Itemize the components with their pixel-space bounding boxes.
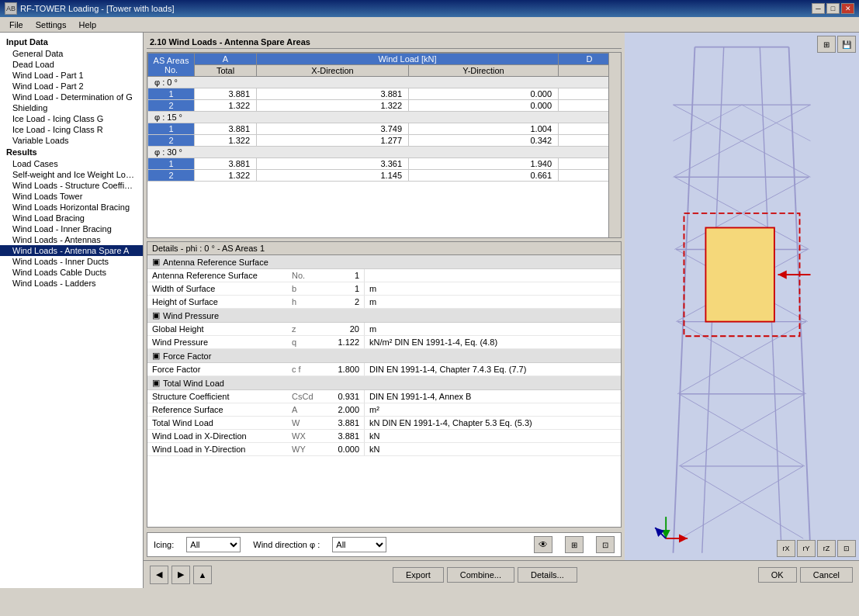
detail-label: Height of Surface bbox=[147, 296, 287, 308]
detail-symbol: A bbox=[287, 403, 318, 416]
export-button[interactable]: Export bbox=[393, 567, 444, 583]
ok-button[interactable]: OK bbox=[758, 567, 797, 583]
angle-row: φ : 15 ° bbox=[148, 112, 621, 123]
collapse-icon-total[interactable]: ▣ bbox=[152, 378, 160, 388]
cancel-button[interactable]: Cancel bbox=[800, 567, 853, 583]
cell-x: 1.277 bbox=[257, 135, 409, 147]
col-areas-header: AS Areas No. bbox=[148, 54, 195, 77]
minimize-button[interactable]: ─ bbox=[812, 3, 825, 14]
nav-up-btn[interactable]: ▲ bbox=[193, 566, 212, 584]
cell-x: 3.361 bbox=[257, 158, 409, 170]
collapse-icon-force[interactable]: ▣ bbox=[152, 351, 160, 361]
icing-select[interactable]: All bbox=[186, 537, 241, 552]
col-total-header: Total bbox=[195, 65, 257, 77]
sidebar-item-variable-loads[interactable]: Variable Loads bbox=[0, 135, 143, 146]
table-row: 1 3.881 3.361 1.940 bbox=[148, 158, 621, 170]
sidebar-item-wind-loads-tower[interactable]: Wind Loads Tower bbox=[0, 191, 143, 202]
cell-x: 1.322 bbox=[257, 100, 409, 112]
cell-y: 1.940 bbox=[409, 158, 559, 170]
table-row: 2 1.322 1.322 0.000 bbox=[148, 100, 621, 112]
detail-value: 2 bbox=[318, 296, 365, 308]
detail-value: 3.881 bbox=[318, 430, 365, 442]
menu-help[interactable]: Help bbox=[72, 19, 102, 31]
sidebar-item-wind-loads-cable-ducts[interactable]: Wind Loads Cable Ducts bbox=[0, 267, 143, 278]
combine-button[interactable]: Combine... bbox=[447, 567, 514, 583]
view-btn-1[interactable]: ⊞ bbox=[565, 536, 584, 553]
sidebar-item-general-data[interactable]: General Data bbox=[0, 48, 143, 59]
maximize-button[interactable]: □ bbox=[826, 3, 840, 14]
sidebar-item-wind-load-2[interactable]: Wind Load - Part 2 bbox=[0, 81, 143, 92]
detail-unit-note: m² bbox=[365, 403, 621, 416]
detail-symbol: No. bbox=[287, 269, 318, 282]
sidebar-item-wind-loads-inner-ducts[interactable]: Wind Loads - Inner Ducts bbox=[0, 256, 143, 267]
sidebar-item-wind-load-inner[interactable]: Wind Load - Inner Bracing bbox=[0, 223, 143, 234]
details-row: Wind Load in Y-Direction WY 0.000 kN bbox=[147, 443, 621, 456]
detail-label: Width of Surface bbox=[147, 282, 287, 295]
row-num: 1 bbox=[148, 88, 195, 100]
sidebar-item-structure-coeff[interactable]: Wind Loads - Structure Coeffici... bbox=[0, 180, 143, 191]
detail-symbol: W bbox=[287, 417, 318, 429]
cell-x: 3.749 bbox=[257, 123, 409, 135]
menu-file[interactable]: File bbox=[3, 19, 29, 31]
cell-total: 3.881 bbox=[195, 88, 257, 100]
view-btn-2[interactable]: ⊡ bbox=[596, 536, 615, 553]
cell-y: 0.000 bbox=[409, 100, 559, 112]
sidebar-section-input: Input Data bbox=[0, 36, 143, 48]
collapse-icon-antenna[interactable]: ▣ bbox=[152, 257, 160, 267]
sidebar-item-dead-load[interactable]: Dead Load bbox=[0, 59, 143, 70]
view-copy-btn[interactable]: ⊞ bbox=[817, 36, 836, 53]
detail-value: 2.000 bbox=[318, 403, 365, 416]
detail-label: Reference Surface bbox=[147, 403, 287, 416]
tower-svg bbox=[625, 33, 859, 560]
details-row: Height of Surface h 2 m bbox=[147, 296, 621, 309]
view-save-btn[interactable]: 💾 bbox=[837, 36, 856, 53]
table-row: 1 3.881 3.749 1.004 bbox=[148, 123, 621, 135]
view-rz-btn[interactable]: rZ bbox=[817, 540, 836, 557]
eye-button[interactable]: 👁 bbox=[534, 536, 552, 553]
detail-unit-note: DIN EN 1991-1-4, Chapter 7.4.3 Eq. (7.7) bbox=[365, 363, 621, 375]
sidebar-item-wind-loads-horiz[interactable]: Wind Loads Horizontal Bracing bbox=[0, 202, 143, 213]
sidebar-item-shielding[interactable]: Shielding bbox=[0, 102, 143, 113]
cell-y: 1.004 bbox=[409, 123, 559, 135]
detail-unit-note: m bbox=[365, 296, 621, 308]
details-button[interactable]: Details... bbox=[518, 567, 577, 583]
sidebar-item-self-weight[interactable]: Self-weight and Ice Weight Loa... bbox=[0, 169, 143, 180]
window-title: RF-TOWER Loading - [Tower with loads] bbox=[20, 4, 174, 13]
close-button[interactable]: ✕ bbox=[841, 3, 854, 14]
wind-direction-select[interactable]: All bbox=[332, 537, 386, 552]
sidebar-item-ice-load-g[interactable]: Ice Load - Icing Class G bbox=[0, 113, 143, 124]
view-3d-btn[interactable]: ⊡ bbox=[837, 540, 856, 557]
col-x-header: X-Direction bbox=[257, 65, 409, 77]
detail-symbol: z bbox=[287, 323, 318, 335]
view-rx-btn[interactable]: rX bbox=[777, 540, 795, 557]
collapse-icon-wind[interactable]: ▣ bbox=[152, 310, 160, 320]
details-row: Global Height z 20 m bbox=[147, 323, 621, 336]
sidebar-item-ice-load-r[interactable]: Ice Load - Icing Class R bbox=[0, 124, 143, 135]
view-ry-btn[interactable]: rY bbox=[797, 540, 816, 557]
details-row: Force Factor c f 1.800 DIN EN 1991-1-4, … bbox=[147, 363, 621, 376]
svg-line-28 bbox=[655, 528, 666, 538]
detail-unit-note: kN bbox=[365, 430, 621, 442]
sidebar-item-load-cases[interactable]: Load Cases bbox=[0, 158, 143, 169]
details-row: Total Wind Load W 3.881 kN DIN EN 1991-1… bbox=[147, 417, 621, 430]
detail-label: Wind Load in Y-Direction bbox=[147, 443, 287, 455]
sidebar-item-wind-loads-antennas[interactable]: Wind Loads - Antennas bbox=[0, 234, 143, 245]
detail-value: 0.931 bbox=[318, 390, 365, 403]
sidebar-item-wind-load-bracing[interactable]: Wind Load Bracing bbox=[0, 213, 143, 223]
sidebar-item-wind-loads-ladders[interactable]: Wind Loads - Ladders bbox=[0, 278, 143, 289]
nav-back-btn[interactable]: ◀ bbox=[150, 566, 168, 584]
sidebar-item-wind-load-1[interactable]: Wind Load - Part 1 bbox=[0, 70, 143, 81]
force-section-header: ▣ Force Factor bbox=[147, 349, 621, 363]
menu-settings[interactable]: Settings bbox=[29, 19, 73, 31]
sidebar-item-wind-loads-antenna-spare[interactable]: Wind Loads - Antenna Spare A bbox=[0, 245, 143, 256]
cell-y: 0.661 bbox=[409, 170, 559, 182]
nav-forward-btn[interactable]: ▶ bbox=[171, 566, 190, 584]
details-row: Width of Surface b 1 m bbox=[147, 282, 621, 296]
menu-bar: File Settings Help bbox=[0, 17, 859, 33]
sidebar-item-wind-load-det[interactable]: Wind Load - Determination of G bbox=[0, 92, 143, 102]
table-row: 2 1.322 1.277 0.342 bbox=[148, 135, 621, 147]
total-section-header: ▣ Total Wind Load bbox=[147, 376, 621, 390]
detail-value: 1 bbox=[318, 282, 365, 295]
detail-label: Global Height bbox=[147, 323, 287, 335]
table-scrollbar[interactable] bbox=[608, 53, 621, 237]
